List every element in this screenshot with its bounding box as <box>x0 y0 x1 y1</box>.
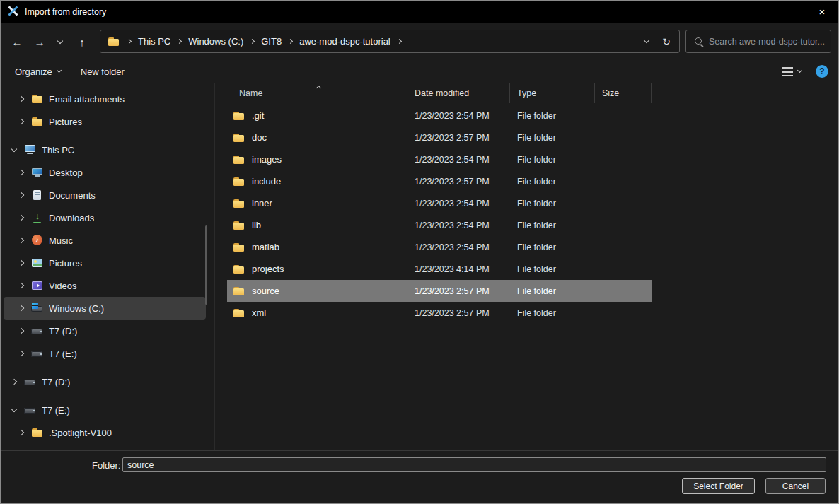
folder-label: Folder: <box>92 460 120 471</box>
help-button[interactable]: ? <box>816 65 828 78</box>
up-button[interactable]: ↑ <box>71 31 93 52</box>
sidebar-item-pictures[interactable]: Pictures <box>4 252 206 274</box>
sidebar-item-email-attachments[interactable]: Email attachments <box>4 88 206 110</box>
file-row-source[interactable]: source1/23/2023 2:57 PMFile folder <box>227 280 652 302</box>
file-row-xml[interactable]: xml1/23/2023 2:57 PMFile folder <box>227 302 652 324</box>
this-pc-icon <box>24 144 37 156</box>
column-header-name[interactable]: Name <box>227 83 407 103</box>
desktop-icon <box>31 167 44 178</box>
file-name: lib <box>252 220 261 230</box>
file-name: source <box>252 286 279 296</box>
sidebar-item-documents[interactable]: Documents <box>4 184 206 206</box>
chevron-right-icon[interactable] <box>16 238 26 242</box>
file-row-lib[interactable]: lib1/23/2023 2:54 PMFile folder <box>227 214 652 236</box>
chevron-down-icon[interactable] <box>9 409 19 411</box>
footer: Folder: Select Folder Cancel <box>1 450 838 503</box>
chevron-right-icon[interactable] <box>9 380 19 384</box>
breadcrumb: This PCWindows (C:)GIT8awe-mod-dspc-tuto… <box>108 36 637 47</box>
sidebar-item-music[interactable]: Music <box>4 229 206 252</box>
breadcrumb-item-awe-mod-dspc-tutorial[interactable]: awe-mod-dspc-tutorial <box>299 36 390 47</box>
chevron-right-icon[interactable] <box>16 119 26 124</box>
breadcrumb-item-git8[interactable]: GIT8 <box>261 36 282 47</box>
chevron-right-icon[interactable] <box>16 216 26 220</box>
downloads-icon <box>31 212 44 223</box>
sidebar-item-t7-d[interactable]: T7 (D:) <box>4 370 206 393</box>
back-button[interactable]: ← <box>6 31 28 52</box>
sidebar-item-t7-e[interactable]: T7 (E:) <box>4 399 206 421</box>
chevron-right-icon[interactable] <box>16 351 26 356</box>
column-header-date-modified[interactable]: Date modified <box>407 83 510 103</box>
breadcrumb-item-windows-c[interactable]: Windows (C:) <box>188 36 243 47</box>
file-type: File folder <box>510 264 595 274</box>
column-header-size[interactable]: Size <box>595 83 652 103</box>
recent-locations-button[interactable] <box>52 31 69 52</box>
sidebar-item-label: Pictures <box>49 117 82 127</box>
chevron-right-icon[interactable] <box>16 170 26 175</box>
list-header: NameDate modifiedTypeSize <box>227 83 652 103</box>
file-row-matlab[interactable]: matlab1/23/2023 2:54 PMFile folder <box>227 236 652 258</box>
organize-button[interactable]: Organize <box>15 66 61 77</box>
sidebar-scrollbar-thumb[interactable] <box>205 225 207 305</box>
breadcrumb-item-this-pc[interactable]: This PC <box>138 36 170 47</box>
file-row-inner[interactable]: inner1/23/2023 2:54 PMFile folder <box>227 192 652 214</box>
file-name: images <box>252 154 282 165</box>
file-row-images[interactable]: images1/23/2023 2:54 PMFile folder <box>227 148 652 170</box>
select-folder-button[interactable]: Select Folder <box>682 478 755 494</box>
file-type: File folder <box>510 177 595 187</box>
forward-button[interactable]: → <box>29 31 50 52</box>
file-type: File folder <box>510 111 595 121</box>
chevron-right-icon[interactable] <box>16 97 26 101</box>
new-folder-button[interactable]: New folder <box>81 66 125 77</box>
chevron-right-icon[interactable] <box>16 283 26 288</box>
sidebar-item-windows-c[interactable]: Windows (C:) <box>4 297 206 320</box>
file-row-projects[interactable]: projects1/23/2023 4:14 PMFile folder <box>227 258 652 280</box>
navigation-bar: ← → ↑ This PCWindows (C:)GIT8awe-mod-dsp… <box>1 23 838 60</box>
chevron-down-icon <box>57 68 62 73</box>
chevron-right-icon[interactable] <box>16 193 26 197</box>
chevron-right-icon[interactable] <box>16 306 26 310</box>
sidebar-item-this-pc[interactable]: This PC <box>4 139 206 161</box>
sidebar-item-label: T7 (E:) <box>49 348 77 359</box>
search-input[interactable] <box>709 37 825 47</box>
sidebar-item-pictures[interactable]: Pictures <box>4 110 206 133</box>
file-date: 1/23/2023 2:54 PM <box>407 242 510 252</box>
cancel-button[interactable]: Cancel <box>765 478 826 494</box>
chevron-down-icon[interactable] <box>9 149 19 151</box>
folder-icon <box>233 154 245 165</box>
file-type: File folder <box>510 155 595 165</box>
file-name: .git <box>252 110 264 121</box>
sidebar-item-label: T7 (D:) <box>42 377 70 387</box>
chevron-right-icon[interactable] <box>16 430 26 435</box>
folder-input[interactable] <box>122 457 826 472</box>
file-row-git[interactable]: .git1/23/2023 2:54 PMFile folder <box>227 105 652 127</box>
view-options-button[interactable] <box>782 67 802 76</box>
file-type: File folder <box>510 308 595 318</box>
sidebar-item-t7-d[interactable]: T7 (D:) <box>4 320 206 342</box>
sidebar-item-desktop[interactable]: Desktop <box>4 161 206 184</box>
app-icon <box>8 6 18 18</box>
folder-icon <box>233 198 245 209</box>
address-bar[interactable]: This PCWindows (C:)GIT8awe-mod-dspc-tuto… <box>100 30 680 53</box>
sidebar-tree: Email attachmentsPicturesThis PCDesktopD… <box>1 83 215 452</box>
file-name: inner <box>252 198 272 209</box>
column-header-type[interactable]: Type <box>510 83 595 103</box>
file-name: doc <box>252 132 267 143</box>
folder-icon <box>233 220 245 231</box>
folder-icon <box>233 264 245 275</box>
sidebar-item-t7-e[interactable]: T7 (E:) <box>4 342 206 365</box>
sidebar-item-videos[interactable]: Videos <box>4 274 206 297</box>
close-button[interactable]: × <box>806 1 838 23</box>
file-row-include[interactable]: include1/23/2023 2:57 PMFile folder <box>227 170 652 192</box>
sidebar-item-downloads[interactable]: Downloads <box>4 206 206 229</box>
chevron-right-icon[interactable] <box>16 329 26 333</box>
file-date: 1/23/2023 2:57 PM <box>407 308 510 318</box>
file-row-doc[interactable]: doc1/23/2023 2:57 PMFile folder <box>227 127 652 148</box>
chevron-down-icon <box>57 37 63 43</box>
chevron-right-icon[interactable] <box>16 261 26 265</box>
address-dropdown-button[interactable] <box>637 32 656 52</box>
search-box <box>685 30 831 53</box>
refresh-button[interactable]: ↻ <box>656 32 676 52</box>
sidebar-item-spotlight-v100[interactable]: .Spotlight-V100 <box>4 421 206 444</box>
breadcrumb-separator-icon <box>398 40 401 43</box>
pictures-icon <box>31 257 44 269</box>
